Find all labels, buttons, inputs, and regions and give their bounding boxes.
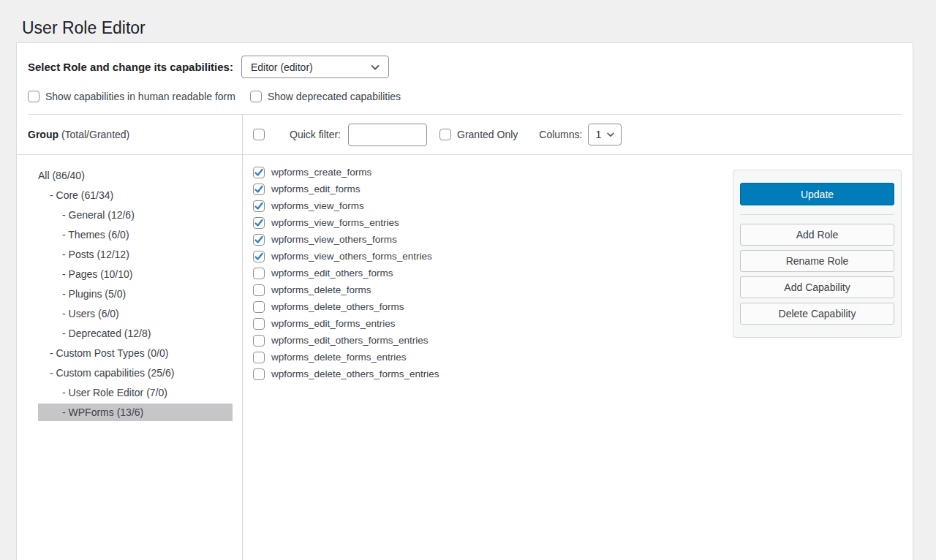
capability-label: wpforms_delete_others_forms [271,301,404,312]
capability-checkbox[interactable] [253,301,265,313]
group-item-label: All (86/40) [38,170,85,181]
group-item-label: - Themes (6/0) [62,229,129,241]
columns-label: Columns: [539,129,582,140]
quick-filter-label: Quick filter: [290,129,341,140]
group-item-label: - Plugins (5/0) [62,288,126,300]
check-icon [254,185,263,194]
list-header-row: Group (Total/Granted) Quick filter: Gran… [17,115,913,155]
group-header-suffix: (Total/Granted) [58,129,129,140]
group-item-1[interactable]: - Core (61/34) [38,186,233,204]
capability-label: wpforms_edit_others_forms [271,268,393,279]
capability-checkbox[interactable] [253,368,265,380]
actions-divider [740,214,894,215]
columns-select-value: 1 [595,129,601,140]
check-icon [254,219,263,227]
filter-bar: Quick filter: Granted Only Columns: 1 [243,115,913,154]
group-item-5[interactable]: - Pages (10/10) [38,265,233,283]
capability-label: wpforms_view_forms [271,200,364,211]
capability-row: wpforms_delete_others_forms_entries [253,366,913,382]
capability-checkbox[interactable] [253,183,265,195]
capability-label: wpforms_create_forms [271,167,371,178]
capability-checkbox[interactable] [253,200,265,212]
capability-label: wpforms_delete_others_forms_entries [271,368,439,379]
group-item-label: - Users (6/0) [62,308,119,319]
group-item-label: - Custom capabilities (25/6) [50,367,174,379]
capabilities-panel: wpforms_create_forms wpforms_edit_forms … [243,155,913,560]
capability-label: wpforms_view_forms_entries [271,217,399,228]
group-item-label: - Custom Post Types (0/0) [50,347,168,359]
capability-label: wpforms_view_others_forms_entries [271,251,432,262]
group-item-label: - General (12/6) [62,209,135,221]
check-icon [254,168,263,177]
capability-label: wpforms_delete_forms_entries [271,352,407,363]
capability-checkbox[interactable] [253,268,265,279]
group-item-2[interactable]: - General (12/6) [38,206,233,224]
group-item-label: - Pages (10/10) [62,268,133,280]
group-item-12[interactable]: - WPForms (13/6) [38,404,233,421]
group-item-8[interactable]: - Deprecated (12/8) [38,325,233,342]
group-header-title: Group [28,129,58,140]
human-readable-checkbox[interactable] [28,91,39,102]
capability-checkbox[interactable] [253,284,265,296]
update-button[interactable]: Update [740,183,894,205]
list-body-row: All (86/40)- Core (61/34)- General (12/6… [17,155,913,560]
page-title: User Role Editor [22,18,146,39]
group-header: Group (Total/Granted) [17,115,243,154]
capability-label: wpforms_delete_forms [271,284,371,295]
chevron-down-icon [369,61,381,73]
capability-checkbox[interactable] [253,335,265,347]
group-item-label: - Core (61/34) [50,189,113,201]
capability-label: wpforms_view_others_forms [271,234,397,245]
add-capability-button[interactable]: Add Capability [740,276,894,298]
capability-checkbox[interactable] [253,318,265,330]
role-select-value: Editor (editor) [251,61,313,73]
capability-checkbox[interactable] [253,217,265,229]
capability-checkbox[interactable] [253,167,265,178]
check-icon [254,252,263,261]
check-icon [254,235,263,244]
deprecated-label: Show deprecated capabilities [268,91,401,102]
add-role-button[interactable]: Add Role [740,224,894,246]
role-select-label: Select Role and change its capabilities: [28,61,233,73]
role-editor-panel: Select Role and change its capabilities:… [16,42,913,560]
capability-checkbox[interactable] [253,352,265,363]
group-tree-panel: All (86/40)- Core (61/34)- General (12/6… [17,155,243,560]
group-item-label: - Deprecated (12/8) [62,328,151,339]
capability-label: wpforms_edit_others_forms_entries [271,335,429,346]
group-item-6[interactable]: - Plugins (5/0) [38,285,233,303]
group-item-7[interactable]: - Users (6/0) [38,305,233,322]
capability-row: wpforms_delete_forms_entries [253,349,913,366]
check-icon [254,202,263,211]
group-item-9[interactable]: - Custom Post Types (0/0) [38,344,233,362]
group-item-11[interactable]: - User Role Editor (7/0) [38,384,233,401]
quick-filter-input[interactable] [348,124,427,146]
group-item-4[interactable]: - Posts (12/12) [38,246,233,263]
group-item-0[interactable]: All (86/40) [38,167,233,184]
group-item-3[interactable]: - Themes (6/0) [38,226,233,243]
group-tree: All (86/40)- Core (61/34)- General (12/6… [17,167,242,421]
role-select[interactable]: Editor (editor) [241,56,389,78]
actions-panel: Update Add Role Rename Role Add Capabili… [733,170,902,338]
capability-checkbox[interactable] [253,234,265,246]
capability-label: wpforms_edit_forms [271,183,361,194]
group-item-label: - WPForms (13/6) [62,406,143,418]
human-readable-label: Show capabilities in human readable form [45,91,235,102]
display-options-row: Show capabilities in human readable form… [28,91,902,102]
columns-select[interactable]: 1 [588,124,622,145]
select-all-checkbox[interactable] [253,129,265,140]
chevron-down-icon [605,129,616,140]
deprecated-checkbox[interactable] [250,91,262,102]
delete-capability-button[interactable]: Delete Capability [740,303,894,325]
role-selector-row: Select Role and change its capabilities:… [28,56,902,78]
granted-only-label: Granted Only [457,129,518,140]
group-item-label: - Posts (12/12) [62,249,129,260]
group-item-10[interactable]: - Custom capabilities (25/6) [38,364,233,382]
granted-only-checkbox[interactable] [439,129,451,140]
capability-checkbox[interactable] [253,251,265,262]
rename-role-button[interactable]: Rename Role [740,250,894,272]
group-item-label: - User Role Editor (7/0) [62,387,167,398]
capability-label: wpforms_edit_forms_entries [271,318,396,329]
